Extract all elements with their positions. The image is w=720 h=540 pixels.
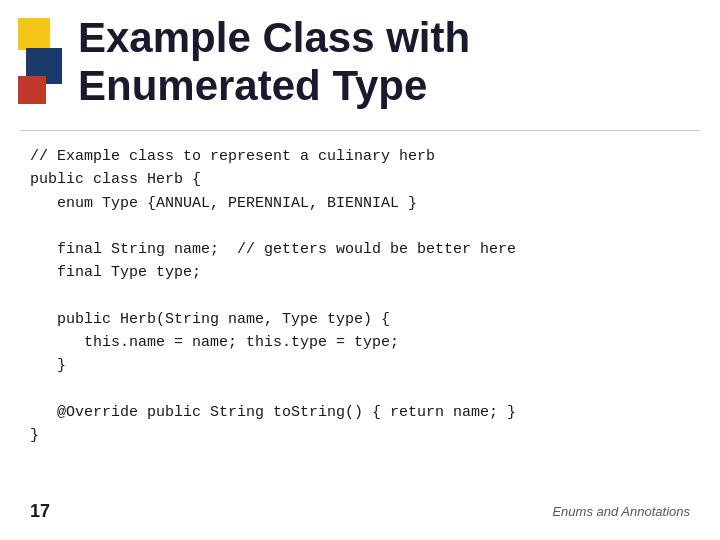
- code-line: }: [30, 354, 690, 377]
- code-line: enum Type {ANNUAL, PERENNIAL, BIENNIAL }: [30, 192, 690, 215]
- footer: 17 Enums and Annotations: [30, 501, 690, 522]
- code-line: [30, 215, 690, 238]
- code-line: final Type type;: [30, 261, 690, 284]
- code-line: [30, 378, 690, 401]
- code-block: // Example class to represent a culinary…: [30, 145, 690, 447]
- footer-label: Enums and Annotations: [552, 504, 690, 519]
- slide-title: Example Class with Enumerated Type: [78, 14, 690, 111]
- title-line2: Enumerated Type: [78, 62, 427, 109]
- code-line: @Override public String toString() { ret…: [30, 401, 690, 424]
- code-line: public class Herb {: [30, 168, 690, 191]
- code-line: final String name; // getters would be b…: [30, 238, 690, 261]
- code-line: }: [30, 424, 690, 447]
- code-line: public Herb(String name, Type type) {: [30, 308, 690, 331]
- code-line: // Example class to represent a culinary…: [30, 145, 690, 168]
- code-line: [30, 285, 690, 308]
- yellow-square: [18, 18, 50, 50]
- slide: Example Class with Enumerated Type // Ex…: [0, 0, 720, 540]
- red-square: [18, 76, 46, 104]
- decorative-squares: [18, 18, 70, 108]
- page-number: 17: [30, 501, 50, 522]
- title-area: Example Class with Enumerated Type: [78, 14, 690, 111]
- title-line1: Example Class with: [78, 14, 470, 61]
- code-line: this.name = name; this.type = type;: [30, 331, 690, 354]
- divider: [20, 130, 700, 131]
